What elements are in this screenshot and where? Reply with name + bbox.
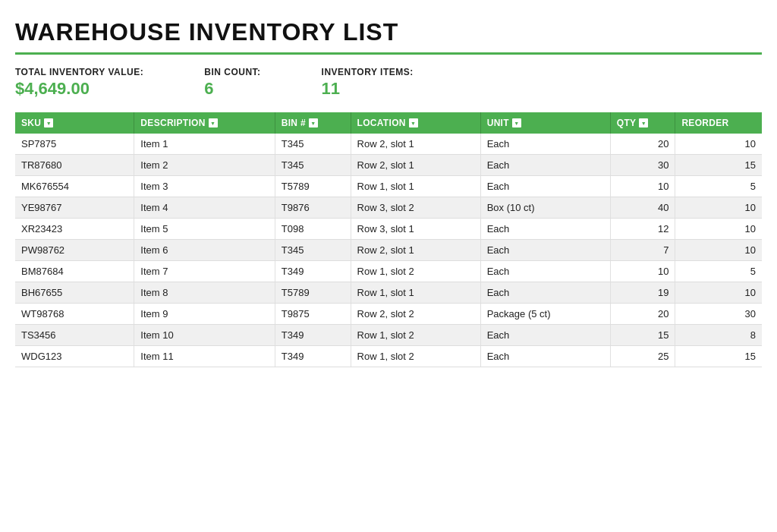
table-row: BM87684Item 7T349Row 1, slot 2Each105 [15, 261, 762, 282]
inventory-items: 11 [322, 79, 414, 99]
title-divider [15, 52, 762, 55]
col-header-label-sku: SKU [21, 118, 41, 128]
cell-location-5: Row 2, slot 1 [351, 240, 480, 261]
col-header-label-unit: UNIT [487, 118, 509, 128]
cell-sku-3: YE98767 [15, 197, 134, 219]
cell-sku-8: WT98768 [15, 304, 134, 325]
cell-description-5: Item 6 [134, 240, 275, 261]
table-body: SP7875Item 1T345Row 2, slot 1Each2010TR8… [15, 134, 762, 367]
cell-description-8: Item 9 [134, 304, 275, 325]
table-row: YE98767Item 4T9876Row 3, slot 2Box (10 c… [15, 197, 762, 219]
total-value-item: TOTAL INVENTORY VALUE: $4,649.00 [15, 67, 143, 99]
cell-qty-2: 10 [610, 176, 675, 197]
total-value-label: TOTAL INVENTORY VALUE: [15, 67, 143, 77]
cell-sku-10: WDG123 [15, 346, 134, 367]
cell-description-10: Item 11 [134, 346, 275, 367]
cell-qty-5: 7 [610, 240, 675, 261]
inventory-items-label: INVENTORY ITEMS: [322, 67, 414, 77]
col-header-location[interactable]: LOCATION [351, 112, 480, 134]
col-header-bin[interactable]: BIN # [275, 112, 351, 134]
cell-unit-0: Each [480, 134, 610, 155]
cell-bin-2: T5789 [275, 176, 351, 197]
cell-qty-6: 10 [610, 261, 675, 282]
cell-reorder-1: 15 [675, 155, 762, 176]
filter-icon-location[interactable] [409, 118, 418, 127]
cell-unit-7: Each [480, 282, 610, 304]
cell-location-9: Row 1, slot 2 [351, 325, 480, 346]
cell-qty-3: 40 [610, 197, 675, 219]
bin-count-label: BIN COUNT: [204, 67, 260, 77]
table-row: SP7875Item 1T345Row 2, slot 1Each2010 [15, 134, 762, 155]
cell-description-4: Item 5 [134, 219, 275, 240]
table-row: BH67655Item 8T5789Row 1, slot 1Each1910 [15, 282, 762, 304]
col-header-label-description: DESCRIPTION [140, 118, 205, 128]
cell-qty-1: 30 [610, 155, 675, 176]
cell-reorder-7: 10 [675, 282, 762, 304]
col-header-description[interactable]: DESCRIPTION [134, 112, 275, 134]
cell-bin-5: T345 [275, 240, 351, 261]
table-row: WDG123Item 11T349Row 1, slot 2Each2515 [15, 346, 762, 367]
col-header-unit[interactable]: UNIT [480, 112, 610, 134]
filter-icon-bin[interactable] [309, 118, 318, 127]
cell-sku-6: BM87684 [15, 261, 134, 282]
col-header-label-reorder: REORDER [681, 118, 728, 128]
cell-bin-4: T098 [275, 219, 351, 240]
bin-count: 6 [204, 79, 260, 99]
cell-reorder-9: 8 [675, 325, 762, 346]
col-header-reorder: REORDER [675, 112, 762, 134]
cell-reorder-4: 10 [675, 219, 762, 240]
table-row: PW98762Item 6T345Row 2, slot 1Each710 [15, 240, 762, 261]
table-row: MK676554Item 3T5789Row 1, slot 1Each105 [15, 176, 762, 197]
cell-unit-1: Each [480, 155, 610, 176]
cell-description-3: Item 4 [134, 197, 275, 219]
cell-bin-0: T345 [275, 134, 351, 155]
cell-sku-5: PW98762 [15, 240, 134, 261]
col-header-qty[interactable]: QTY [610, 112, 675, 134]
cell-description-7: Item 8 [134, 282, 275, 304]
cell-qty-9: 15 [610, 325, 675, 346]
cell-unit-9: Each [480, 325, 610, 346]
cell-reorder-0: 10 [675, 134, 762, 155]
col-header-label-location: LOCATION [357, 118, 406, 128]
table-container: SKUDESCRIPTIONBIN #LOCATIONUNITQTYREORDE… [15, 112, 762, 367]
cell-bin-10: T349 [275, 346, 351, 367]
cell-location-1: Row 2, slot 1 [351, 155, 480, 176]
cell-unit-4: Each [480, 219, 610, 240]
cell-reorder-6: 5 [675, 261, 762, 282]
cell-qty-10: 25 [610, 346, 675, 367]
cell-bin-6: T349 [275, 261, 351, 282]
cell-description-2: Item 3 [134, 176, 275, 197]
total-value: $4,649.00 [15, 79, 143, 99]
filter-icon-qty[interactable] [639, 118, 648, 127]
table-row: XR23423Item 5T098Row 3, slot 1Each1210 [15, 219, 762, 240]
cell-bin-8: T9875 [275, 304, 351, 325]
bin-count-item: BIN COUNT: 6 [204, 67, 260, 99]
col-header-label-qty: QTY [617, 118, 637, 128]
table-header-row: SKUDESCRIPTIONBIN #LOCATIONUNITQTYREORDE… [15, 112, 762, 134]
col-header-label-bin: BIN # [282, 118, 306, 128]
cell-location-0: Row 2, slot 1 [351, 134, 480, 155]
cell-reorder-2: 5 [675, 176, 762, 197]
cell-reorder-3: 10 [675, 197, 762, 219]
cell-location-2: Row 1, slot 1 [351, 176, 480, 197]
cell-bin-9: T349 [275, 325, 351, 346]
filter-icon-sku[interactable] [44, 118, 53, 127]
cell-sku-7: BH67655 [15, 282, 134, 304]
table-row: TS3456Item 10T349Row 1, slot 2Each158 [15, 325, 762, 346]
cell-description-0: Item 1 [134, 134, 275, 155]
cell-location-6: Row 1, slot 2 [351, 261, 480, 282]
cell-description-6: Item 7 [134, 261, 275, 282]
cell-sku-1: TR87680 [15, 155, 134, 176]
cell-bin-3: T9876 [275, 197, 351, 219]
table-row: TR87680Item 2T345Row 2, slot 1Each3015 [15, 155, 762, 176]
cell-sku-9: TS3456 [15, 325, 134, 346]
filter-icon-unit[interactable] [512, 118, 521, 127]
cell-unit-5: Each [480, 240, 610, 261]
cell-location-4: Row 3, slot 1 [351, 219, 480, 240]
table-row: WT98768Item 9T9875Row 2, slot 2Package (… [15, 304, 762, 325]
cell-unit-2: Each [480, 176, 610, 197]
filter-icon-description[interactable] [209, 118, 218, 127]
cell-location-3: Row 3, slot 2 [351, 197, 480, 219]
cell-description-9: Item 10 [134, 325, 275, 346]
col-header-sku[interactable]: SKU [15, 112, 134, 134]
